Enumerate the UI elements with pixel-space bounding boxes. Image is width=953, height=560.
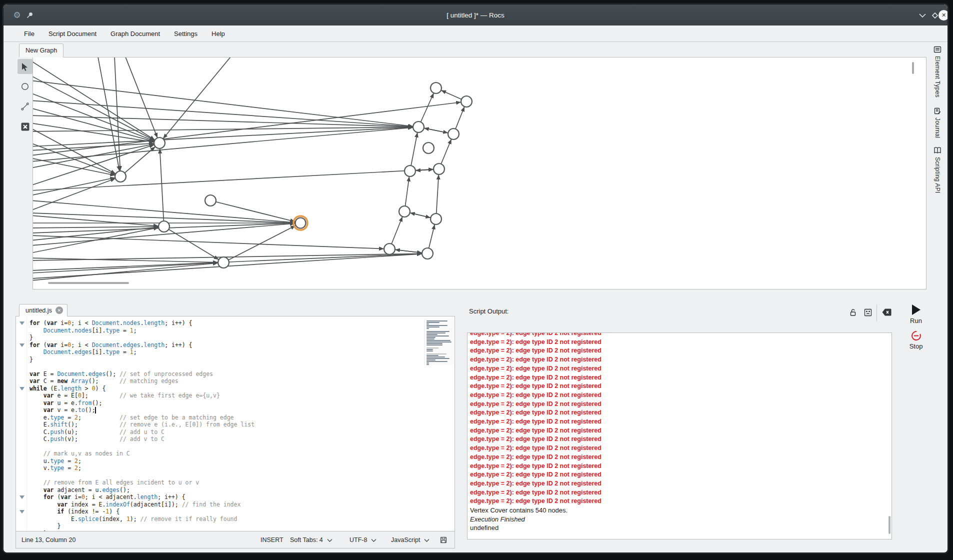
output-error-line: edge.type = 2): edge type ID 2 not regis… bbox=[470, 435, 886, 444]
language-select[interactable]: JavaScript bbox=[391, 536, 430, 544]
graph-edge bbox=[33, 176, 120, 210]
graph-edge bbox=[33, 100, 418, 127]
graph-node[interactable] bbox=[423, 142, 434, 154]
output-error-line: edge.type = 2): edge type ID 2 not regis… bbox=[470, 470, 886, 480]
journal-icon bbox=[934, 107, 942, 115]
graph-node[interactable] bbox=[115, 171, 126, 182]
graph-node[interactable] bbox=[399, 206, 410, 217]
canvas-vscrollbar[interactable] bbox=[912, 62, 914, 74]
menu-file[interactable]: File bbox=[17, 27, 42, 40]
menubar: FileScript DocumentGraph DocumentSetting… bbox=[4, 26, 948, 42]
minimap-line bbox=[426, 354, 446, 354]
graph-node[interactable] bbox=[422, 248, 433, 259]
titlebar: ⚙ [ untitled ]* — Rocs ✕ bbox=[4, 4, 948, 26]
minimap-line bbox=[426, 331, 450, 332]
graph-edge bbox=[410, 127, 418, 171]
tab-journal[interactable]: Journal bbox=[930, 107, 946, 138]
chevron-down-icon bbox=[424, 538, 430, 542]
menu-script-document[interactable]: Script Document bbox=[42, 27, 104, 40]
minimap-line bbox=[426, 328, 429, 329]
scripting-api-icon bbox=[934, 146, 942, 154]
graph-node[interactable] bbox=[296, 218, 306, 228]
graph-canvas[interactable] bbox=[32, 57, 926, 290]
encoding-select[interactable]: UTF-8 bbox=[350, 536, 376, 544]
canvas-hscrollbar[interactable] bbox=[48, 282, 129, 284]
add-node-tool-button[interactable] bbox=[18, 79, 32, 94]
menu-graph-document[interactable]: Graph Document bbox=[104, 27, 167, 40]
minimap-line bbox=[426, 320, 448, 322]
graph-edge bbox=[33, 80, 418, 127]
delete-tool-button[interactable] bbox=[18, 119, 32, 134]
code-fold-arrow-icon[interactable] bbox=[20, 344, 24, 347]
graph-node[interactable] bbox=[430, 214, 442, 224]
code-fold-arrow-icon[interactable] bbox=[20, 387, 24, 390]
output-error-line: edge.type = 2): edge type ID 2 not regis… bbox=[470, 408, 886, 418]
minimap-line bbox=[426, 334, 438, 335]
graph-edge bbox=[390, 212, 404, 249]
element-types-icon bbox=[934, 46, 942, 54]
delete-cross-icon bbox=[21, 122, 30, 131]
select-tool-button[interactable] bbox=[18, 59, 32, 74]
graph-node[interactable] bbox=[154, 138, 165, 148]
side-tab-label: Journal bbox=[934, 118, 941, 138]
close-button[interactable]: ✕ bbox=[938, 10, 948, 20]
tab-width-select[interactable]: Soft Tabs: 4 bbox=[290, 536, 332, 544]
minimap-line bbox=[426, 355, 438, 356]
graph-node[interactable] bbox=[158, 221, 170, 232]
insert-mode[interactable]: INSERT bbox=[260, 536, 284, 544]
menu-settings[interactable]: Settings bbox=[167, 27, 204, 40]
output-scrollbar[interactable] bbox=[888, 516, 890, 534]
clear-output-backspace-icon[interactable] bbox=[882, 308, 892, 316]
minimap-line bbox=[426, 332, 446, 334]
output-error-line: edge.type = 2): edge type ID 2 not regis… bbox=[470, 453, 886, 462]
unlock-icon[interactable] bbox=[850, 308, 857, 316]
editor-minimap-scrollbar[interactable] bbox=[424, 319, 454, 365]
tab-close-icon[interactable]: ✕ bbox=[56, 306, 63, 314]
code-fold-arrow-icon[interactable] bbox=[20, 496, 24, 499]
output-result-line: Vertex Cover contains 540 nodes. bbox=[470, 506, 886, 515]
output-error-line: edge.type = 2): edge type ID 2 not regis… bbox=[470, 418, 886, 426]
output-error-line: edge.type = 2): edge type ID 2 not regis… bbox=[470, 462, 886, 471]
add-edge-tool-button[interactable] bbox=[18, 99, 32, 114]
minimap-line bbox=[426, 349, 433, 350]
tab-scripting-api[interactable]: Scripting API bbox=[930, 146, 946, 194]
minimap-line bbox=[426, 362, 429, 364]
graph-node[interactable] bbox=[448, 128, 459, 140]
output-error-line: edge.type = 2): edge type ID 2 not regis… bbox=[470, 338, 886, 347]
code-fold-arrow-icon[interactable] bbox=[20, 322, 24, 325]
graph-node[interactable] bbox=[434, 164, 444, 174]
minimize-button[interactable] bbox=[917, 10, 928, 20]
close-icon: ✕ bbox=[938, 10, 948, 20]
graph-node[interactable] bbox=[384, 244, 395, 254]
tab-new-graph[interactable]: New Graph bbox=[19, 44, 64, 58]
graph-node[interactable] bbox=[205, 195, 216, 206]
code-editor[interactable]: for (var i=0; i < Document.nodes.length;… bbox=[16, 316, 455, 532]
graph-node[interactable] bbox=[461, 96, 472, 107]
side-tab-label: Scripting API bbox=[934, 157, 941, 194]
minimap-line bbox=[426, 325, 448, 326]
minimap-line bbox=[426, 344, 442, 346]
graph-node[interactable] bbox=[404, 166, 416, 176]
script-output-panel[interactable]: edge.type = 2): edge type ID 2 not regis… bbox=[467, 332, 892, 540]
stop-button[interactable]: Stop bbox=[904, 330, 928, 350]
run-button[interactable]: Run bbox=[904, 304, 928, 324]
menu-help[interactable]: Help bbox=[204, 27, 232, 40]
stop-label: Stop bbox=[910, 342, 923, 350]
code-text[interactable]: for (var i=0; i < Document.nodes.length;… bbox=[30, 320, 422, 531]
graph-edge bbox=[436, 169, 439, 219]
screenshot-frame-icon[interactable] bbox=[864, 308, 872, 316]
output-error-line: edge.type = 2): edge type ID 2 not regis… bbox=[470, 346, 886, 356]
graph-edge bbox=[33, 226, 164, 228]
output-error-line: edge.type = 2): edge type ID 2 not regis… bbox=[470, 480, 886, 488]
tab-element-types[interactable]: Element Types bbox=[930, 46, 946, 98]
code-fold-arrow-icon[interactable] bbox=[20, 510, 24, 514]
output-error-line: edge.type = 2): edge type ID 2 not regis… bbox=[470, 444, 886, 453]
output-error-line: edge.type = 2): edge type ID 2 not regis… bbox=[470, 488, 886, 498]
graph-node[interactable] bbox=[430, 82, 442, 94]
graph-node[interactable] bbox=[413, 122, 424, 132]
chevron-down-icon bbox=[327, 538, 332, 542]
graph-drawing bbox=[33, 58, 926, 289]
tab-untitled-js[interactable]: untitled.js ✕ bbox=[19, 304, 68, 316]
graph-node[interactable] bbox=[218, 257, 229, 268]
save-floppy-icon[interactable] bbox=[440, 536, 447, 544]
